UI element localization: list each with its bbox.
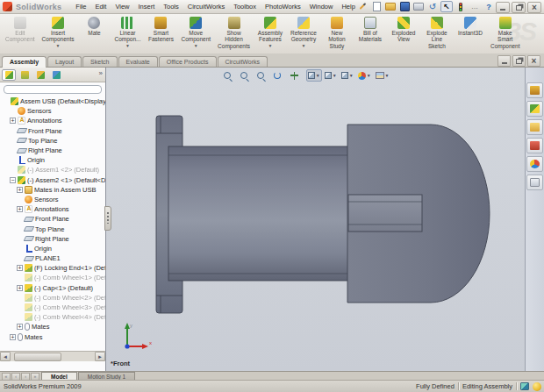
doc-close-button[interactable] xyxy=(527,55,540,67)
new-document-icon[interactable] xyxy=(370,1,383,12)
options-icon[interactable] xyxy=(469,1,481,12)
toolbar-button[interactable]: Move Component ▼ xyxy=(177,15,214,53)
commandmanager-tab[interactable]: Layout xyxy=(47,56,82,67)
dropdown-caret-icon[interactable]: ▼ xyxy=(125,44,130,47)
propertymanager-tab[interactable] xyxy=(18,69,32,81)
menu-item[interactable]: Edit xyxy=(90,1,111,12)
tree-horizontal-scrollbar[interactable]: ◄ ► xyxy=(0,351,105,361)
toolbar-button[interactable]: Smart Fasteners ▼ xyxy=(144,15,177,53)
quick-tips-icon[interactable] xyxy=(533,382,541,391)
menu-item[interactable]: Insert xyxy=(134,1,160,12)
save-icon[interactable] xyxy=(398,1,411,12)
tree-item[interactable]: + Mates xyxy=(0,332,105,342)
tree-item[interactable]: + (-) Cap<1> (Default) xyxy=(0,283,105,293)
menu-item[interactable]: Window xyxy=(305,1,338,12)
scroll-right-icon[interactable]: ► xyxy=(95,352,105,361)
commandmanager-tab[interactable]: Office Products xyxy=(159,56,217,67)
configurationmanager-tab[interactable] xyxy=(33,69,47,81)
menu-item[interactable]: Tools xyxy=(159,1,183,12)
file-explorer-icon[interactable] xyxy=(526,119,543,135)
pencil-icon[interactable] xyxy=(356,1,369,12)
commandmanager-tab[interactable]: CircuitWorks xyxy=(218,56,268,67)
dropdown-caret-icon[interactable]: ▼ xyxy=(56,44,61,47)
tree-item[interactable]: Origin xyxy=(0,155,105,165)
tree-item[interactable]: Right Plane xyxy=(0,146,105,155)
toolbar-button[interactable]: Mate ▼ xyxy=(77,15,111,53)
close-button[interactable] xyxy=(527,2,541,13)
design-library-icon[interactable] xyxy=(526,101,543,117)
tree-expander-icon[interactable]: − xyxy=(10,177,16,183)
select-arrow-icon[interactable] xyxy=(440,1,453,12)
open-icon[interactable] xyxy=(384,1,397,12)
tree-item[interactable]: + Annotations xyxy=(0,204,105,214)
scrollbar-thumb[interactable] xyxy=(14,353,61,361)
menu-item[interactable]: CircuitWorks xyxy=(183,1,229,12)
dropdown-caret-icon[interactable]: ▼ xyxy=(268,44,272,47)
model-3d-usb-assembly[interactable] xyxy=(106,68,525,371)
scroll-left-icon[interactable]: ◄ xyxy=(0,352,11,361)
tree-item[interactable]: (-) Comb Wheel<3> (Default xyxy=(0,303,105,312)
solidworks-resources-icon[interactable] xyxy=(526,82,543,98)
tree-item[interactable]: (-) Comb Wheel<4> (Default xyxy=(0,312,105,322)
custom-properties-icon[interactable] xyxy=(526,175,543,190)
panel-splitter-handle[interactable] xyxy=(104,206,111,231)
menu-item[interactable]: View xyxy=(111,1,133,12)
doc-restore-button[interactable] xyxy=(512,55,526,67)
commandmanager-tab[interactable]: Sketch xyxy=(82,56,117,67)
doc-minimize-button[interactable] xyxy=(497,55,511,67)
tree-item[interactable]: (-) Comb Wheel<2> (Default xyxy=(0,293,105,303)
tree-item[interactable]: Sensors xyxy=(0,195,105,204)
view-palette-icon[interactable] xyxy=(526,138,543,153)
tree-item[interactable]: Sensors xyxy=(0,106,105,116)
tree-item[interactable]: PLANE1 xyxy=(0,253,105,263)
toolbar-button[interactable]: Instant3D ▼ xyxy=(454,15,487,53)
toolbar-button[interactable]: Assembly Features ▼ xyxy=(254,15,287,53)
tree-expander-icon[interactable]: + xyxy=(17,206,23,212)
tree-item[interactable]: Front Plane xyxy=(0,214,105,224)
help-icon[interactable] xyxy=(483,1,495,12)
tree-expander-icon[interactable]: + xyxy=(17,324,23,330)
toolbar-button[interactable]: Linear Compon... ▼ xyxy=(111,15,144,53)
toolbar-button[interactable]: Reference Geometry ▼ xyxy=(287,15,320,53)
menu-item[interactable]: PhotoWorks xyxy=(261,1,305,12)
dropdown-caret-icon[interactable]: ▼ xyxy=(301,44,305,47)
rebuild-traffic-light-icon[interactable] xyxy=(455,1,467,12)
tree-item[interactable]: Assem USB (Default<Display State- xyxy=(0,96,105,106)
tree-expander-icon[interactable]: + xyxy=(10,334,16,340)
toolbar-button[interactable]: Make Smart Component ▼ xyxy=(487,15,524,53)
dropdown-caret-icon[interactable]: ▼ xyxy=(194,44,198,47)
graphics-viewport[interactable]: ▼ ▼ ▼ ▼ ▼ xyxy=(106,68,525,371)
toolbar-button[interactable]: Bill of Materials ▼ xyxy=(354,15,387,53)
tree-expander-icon[interactable]: + xyxy=(10,118,16,124)
toolbar-button[interactable]: Explode Line Sketch ▼ xyxy=(420,15,454,53)
undo-icon[interactable] xyxy=(426,1,439,12)
tree-expander-icon[interactable]: + xyxy=(17,265,23,271)
tree-item[interactable]: Right Plane xyxy=(0,234,105,244)
menu-item[interactable]: File xyxy=(71,1,90,12)
tree-item[interactable]: Front Plane xyxy=(0,126,105,136)
tree-item[interactable]: + (F) Locking End<1> (Default) xyxy=(0,263,105,273)
commandmanager-tab[interactable]: Evaluate xyxy=(118,56,158,67)
tree-filter-box[interactable] xyxy=(4,85,102,94)
tree-item[interactable]: (-) Comb Wheel<1> (Default xyxy=(0,273,105,282)
print-icon[interactable] xyxy=(412,1,425,12)
tree-item[interactable]: + Mates in Assem USB xyxy=(0,185,105,195)
restore-button[interactable] xyxy=(512,2,526,13)
toolbar-button[interactable]: Exploded View ▼ xyxy=(387,15,420,53)
panel-chevron-icon[interactable]: » xyxy=(99,69,103,77)
tree-item[interactable]: + Annotations xyxy=(0,116,105,125)
menu-item[interactable]: Toolbox xyxy=(229,1,261,12)
toolbar-button[interactable]: New Motion Study ▼ xyxy=(320,15,354,53)
tree-item[interactable]: + Mates xyxy=(0,322,105,331)
tree-expander-icon[interactable]: + xyxy=(17,187,23,193)
featuremanager-tab[interactable] xyxy=(2,69,16,81)
appearances-scenes-icon[interactable] xyxy=(526,156,543,172)
tree-item[interactable]: − (-) Assem2 <1> (Default<Display xyxy=(0,175,105,185)
displaymanager-tab[interactable] xyxy=(49,69,63,81)
toolbar-button[interactable]: Show Hidden Components ▼ xyxy=(214,15,254,53)
tree-item[interactable]: Top Plane xyxy=(0,224,105,233)
tree-item[interactable]: Origin xyxy=(0,244,105,253)
tree-item[interactable]: Top Plane xyxy=(0,136,105,146)
toolbar-button[interactable]: Insert Components ▼ xyxy=(39,15,78,53)
tree-item[interactable]: (-) Assem1 <2> (Default) xyxy=(0,165,105,175)
